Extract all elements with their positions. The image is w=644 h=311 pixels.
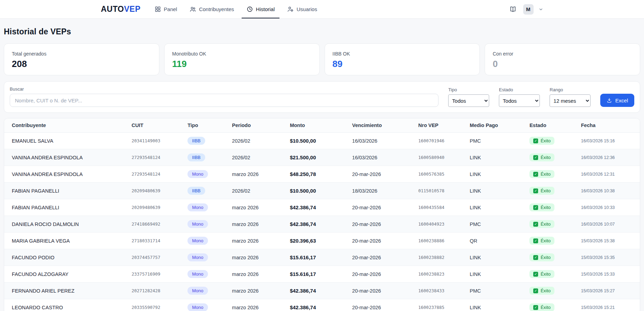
chevron-down-icon[interactable] <box>538 7 543 12</box>
estado-label: Éxito <box>541 288 551 293</box>
cell-monto: $48.250,78 <box>286 166 349 183</box>
nav-item-panel[interactable]: Panel <box>150 0 182 18</box>
vep-table-card: Contribuyente CUIT Tipo Periodo Monto Ve… <box>4 118 640 311</box>
cell-medio-pago: PMC <box>466 283 526 299</box>
cell-contribuyente: FABIAN PAGANELLI <box>4 183 128 199</box>
cell-monto: $42.386,74 <box>286 216 349 233</box>
nav-item-usuarios[interactable]: Usuarios <box>282 0 322 18</box>
cell-tipo: Mono <box>184 199 228 216</box>
app-logo[interactable]: AUTOVEP <box>101 5 141 14</box>
tipo-field: Tipo Todos <box>448 87 489 107</box>
cell-estado: ✓ Éxito <box>526 216 577 233</box>
cell-fecha: 15/03/2026 15:27 <box>577 283 640 299</box>
estado-badge: ✓ Éxito <box>529 303 554 311</box>
avatar[interactable]: M <box>523 4 534 15</box>
stat-value: 0 <box>493 59 632 69</box>
stat-card-total: Total generados 208 <box>4 43 159 75</box>
cell-fecha: 15/03/2026 15:33 <box>577 266 640 283</box>
cell-periodo: marzo 2026 <box>228 233 286 249</box>
stat-card-error: Con error 0 <box>485 43 640 75</box>
estado-badge: ✓ Éxito <box>529 203 554 211</box>
excel-export-button[interactable]: Excel <box>600 94 634 107</box>
main-content: Historial de VEPs Total generados 208 Mo… <box>0 27 644 311</box>
logo-part2: VEP <box>124 5 141 14</box>
cell-monto: $20.396,63 <box>286 233 349 249</box>
stat-card-iibb: IIBB OK 89 <box>325 43 480 75</box>
check-icon: ✓ <box>533 188 538 193</box>
docs-book-icon[interactable] <box>508 4 518 15</box>
cell-fecha: 15/03/2026 15:38 <box>577 233 640 249</box>
cell-nro-vep: 0115010578 <box>415 183 466 199</box>
stat-label: Total generados <box>12 51 151 57</box>
table-row: EMANUEL SALVA 20341149003 IIBB 2026/02 $… <box>4 133 640 149</box>
cell-tipo: Mono <box>184 233 228 249</box>
col-tipo: Tipo <box>184 118 228 133</box>
cell-tipo: IIBB <box>184 133 228 149</box>
estado-label: Éxito <box>541 238 551 243</box>
cell-tipo: Mono <box>184 216 228 233</box>
cell-nro-vep: 1600238882 <box>415 249 466 266</box>
cell-monto: $10.500,00 <box>286 183 349 199</box>
nav-item-contribuyentes[interactable]: Contribuyentes <box>185 0 239 18</box>
users-icon <box>190 6 196 12</box>
cell-vencimiento: 20-mar-2026 <box>349 166 415 183</box>
tipo-badge: Mono <box>187 220 208 228</box>
stat-value: 119 <box>172 59 312 69</box>
cell-estado: ✓ Éxito <box>526 149 577 166</box>
cell-periodo: marzo 2026 <box>228 299 286 311</box>
excel-button-label: Excel <box>615 98 628 103</box>
estado-select[interactable]: Todos <box>499 94 540 107</box>
cell-estado: ✓ Éxito <box>526 133 577 149</box>
cell-monto: $42.386,74 <box>286 199 349 216</box>
cell-medio-pago: LINK <box>466 149 526 166</box>
stat-label: IIBB OK <box>333 51 472 57</box>
grid-icon <box>154 6 161 12</box>
cell-contribuyente: MARIA GABRIELA VEGA <box>4 233 128 249</box>
stats-row: Total generados 208 Monotributo OK 119 I… <box>4 43 640 75</box>
estado-label: Estado <box>499 87 540 92</box>
cell-medio-pago: LINK <box>466 299 526 311</box>
cell-medio-pago: LINK <box>466 266 526 283</box>
col-estado: Estado <box>526 118 577 133</box>
cell-monto: $21.500,00 <box>286 149 349 166</box>
cell-estado: ✓ Éxito <box>526 249 577 266</box>
cell-medio-pago: LINK <box>466 183 526 199</box>
cell-periodo: marzo 2026 <box>228 216 286 233</box>
nav-label-historial: Historial <box>256 6 275 12</box>
cell-vencimiento: 20-mar-2026 <box>349 199 415 216</box>
cell-contribuyente: FERNANDO ARIEL PEREZ <box>4 283 128 299</box>
stat-label: Con error <box>493 51 632 57</box>
cell-estado: ✓ Éxito <box>526 266 577 283</box>
tipo-select[interactable]: Todos <box>448 94 489 107</box>
rango-select[interactable]: 12 meses <box>550 94 591 107</box>
cell-estado: ✓ Éxito <box>526 183 577 199</box>
check-icon: ✓ <box>533 205 538 210</box>
cell-periodo: marzo 2026 <box>228 266 286 283</box>
header-left: AUTOVEP Panel Contribuyentes Historial <box>101 0 322 18</box>
tipo-label: Tipo <box>448 87 489 92</box>
tipo-badge: Mono <box>187 287 208 295</box>
cell-estado: ✓ Éxito <box>526 233 577 249</box>
cell-monto: $10.500,00 <box>286 133 349 149</box>
cell-monto: $42.386,74 <box>286 283 349 299</box>
cell-contribuyente: FACUNDO ALZOGARAY <box>4 266 128 283</box>
cell-vencimiento: 16/03/2026 <box>349 149 415 166</box>
cell-tipo: Mono <box>184 283 228 299</box>
col-fecha: Fecha <box>577 118 640 133</box>
download-icon <box>607 98 612 103</box>
cell-cuit: 27180331714 <box>128 233 184 249</box>
cell-periodo: marzo 2026 <box>228 166 286 183</box>
cell-vencimiento: 20-mar-2026 <box>349 249 415 266</box>
col-nro-vep: Nro VEP <box>415 118 466 133</box>
rango-label: Rango <box>550 87 591 92</box>
estado-label: Éxito <box>541 221 551 227</box>
cell-contribuyente: DANIELA ROCIO DALMOLIN <box>4 216 128 233</box>
search-input[interactable] <box>10 94 438 107</box>
cell-fecha: 16/03/2026 12:31 <box>577 166 640 183</box>
logo-part1: AUTO <box>101 5 124 14</box>
cell-estado: ✓ Éxito <box>526 199 577 216</box>
cell-nro-vep: 1600404923 <box>415 216 466 233</box>
nav-item-historial[interactable]: Historial <box>242 0 279 18</box>
cell-vencimiento: 18/03/2026 <box>349 183 415 199</box>
cell-contribuyente: FACUNDO PODIO <box>4 249 128 266</box>
